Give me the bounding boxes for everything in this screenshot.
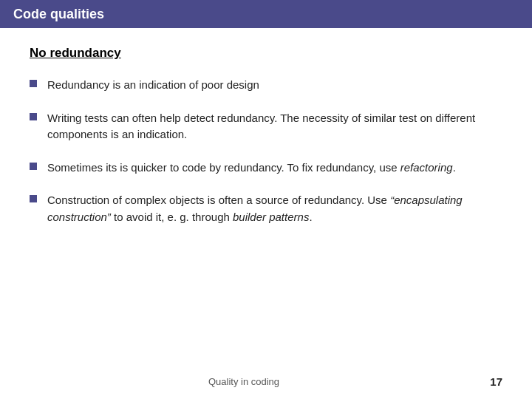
main-content: No redundancy Redundancy is an indicatio… [0, 28, 532, 256]
list-item: Redundancy is an indication of poor desi… [30, 77, 502, 94]
footer-page: 17 [490, 375, 502, 388]
bullet-text-3: Sometimes its is quicker to code by redu… [47, 160, 502, 177]
list-item: Sometimes its is quicker to code by redu… [30, 160, 502, 177]
header-title: Code qualities [13, 7, 104, 22]
footer-label: Quality in coding [208, 376, 279, 387]
list-item: Construction of complex objects is often… [30, 192, 502, 225]
header-bar: Code qualities [0, 0, 532, 28]
bullet-icon [30, 80, 37, 87]
bullet-text-1: Redundancy is an indication of poor desi… [47, 77, 502, 94]
list-item: Writing tests can often help detect redu… [30, 110, 502, 143]
bullet-icon [30, 113, 37, 120]
bullet-icon [30, 163, 37, 170]
bullet-text-2: Writing tests can often help detect redu… [47, 110, 502, 143]
bullet-text-4: Construction of complex objects is often… [47, 192, 502, 225]
bullet-list: Redundancy is an indication of poor desi… [30, 77, 502, 225]
footer: Quality in coding 17 [0, 376, 532, 387]
section-title: No redundancy [30, 46, 502, 61]
bullet-icon [30, 195, 37, 202]
